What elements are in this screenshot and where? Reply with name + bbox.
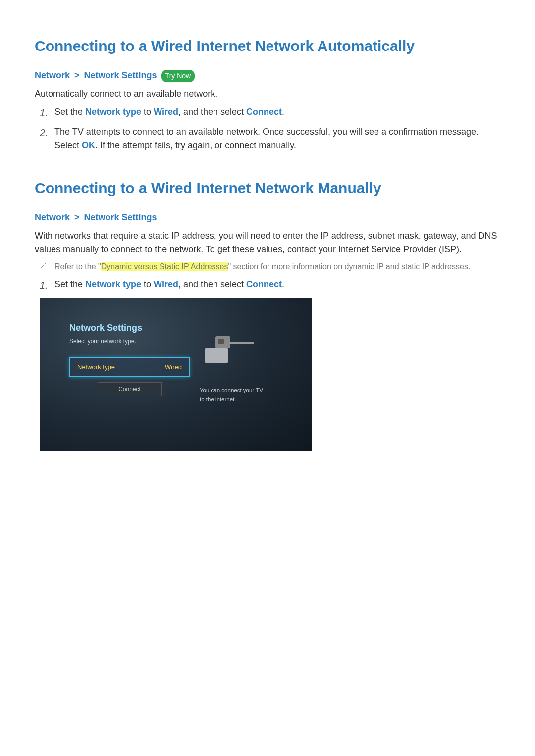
kw-wired: Wired	[154, 279, 178, 289]
step-number: 1.	[40, 278, 54, 293]
note: Refer to the "Dynamic versus Static IP A…	[40, 261, 500, 273]
tv-hint-line1: You can connect your TV	[200, 386, 292, 395]
connect-button[interactable]: Connect	[98, 382, 162, 396]
tv-right-pane: You can connect your TV to the internet.	[190, 321, 292, 436]
section1-intro: Automatically connect to an available ne…	[35, 87, 500, 101]
step-1: 1. Set the Network type to Wired, and th…	[40, 105, 500, 120]
note-highlight: Dynamic versus Static IP Addresses	[101, 262, 228, 271]
network-type-value: Wired	[165, 362, 182, 372]
step-text: Set the Network type to Wired, and then …	[54, 278, 500, 293]
step-text: Set the Network type to Wired, and then …	[54, 105, 500, 120]
section2-steps: 1. Set the Network type to Wired, and th…	[40, 278, 500, 293]
step-1: 1. Set the Network type to Wired, and th…	[40, 278, 500, 293]
kw-connect: Connect	[246, 107, 282, 117]
section2-title: Connecting to a Wired Internet Network M…	[35, 177, 500, 199]
kw-ok: OK	[82, 140, 95, 150]
breadcrumb-sep: >	[74, 70, 80, 80]
router-icon	[205, 331, 254, 366]
breadcrumb-network[interactable]: Network	[35, 70, 70, 80]
breadcrumb-network-settings[interactable]: Network Settings	[84, 70, 157, 80]
breadcrumb-network-settings[interactable]: Network Settings	[84, 212, 157, 222]
kw-wired: Wired	[154, 107, 178, 117]
tv-left-pane: Network Settings Select your network typ…	[69, 321, 190, 436]
step-number: 1.	[40, 105, 54, 120]
tv-subtitle: Select your network type.	[69, 337, 190, 346]
breadcrumb-manual: Network > Network Settings	[35, 211, 500, 224]
note-icon	[40, 261, 54, 273]
tv-hint-line2: to the internet.	[200, 395, 292, 403]
step-number: 2.	[40, 125, 54, 152]
kw-network-type: Network type	[85, 279, 141, 289]
kw-network-type: Network type	[85, 107, 141, 117]
note-text: Refer to the "Dynamic versus Static IP A…	[54, 261, 470, 273]
breadcrumb-network[interactable]: Network	[35, 212, 70, 222]
tv-title: Network Settings	[69, 321, 190, 335]
kw-connect: Connect	[246, 279, 282, 289]
network-type-label: Network type	[77, 362, 115, 372]
breadcrumb-sep: >	[74, 212, 80, 222]
step-2: 2. The TV attempts to connect to an avai…	[40, 125, 500, 152]
try-now-badge[interactable]: Try Now	[161, 70, 195, 82]
network-type-row[interactable]: Network type Wired	[69, 357, 190, 377]
breadcrumb-auto: Network > Network Settings Try Now	[35, 69, 500, 82]
section1-steps: 1. Set the Network type to Wired, and th…	[40, 105, 500, 152]
section1-title: Connecting to a Wired Internet Network A…	[35, 35, 500, 57]
section2-intro: With networks that require a static IP a…	[35, 229, 500, 256]
step-text: The TV attempts to connect to an availab…	[54, 125, 500, 152]
tv-settings-panel: Network Settings Select your network typ…	[40, 298, 312, 451]
